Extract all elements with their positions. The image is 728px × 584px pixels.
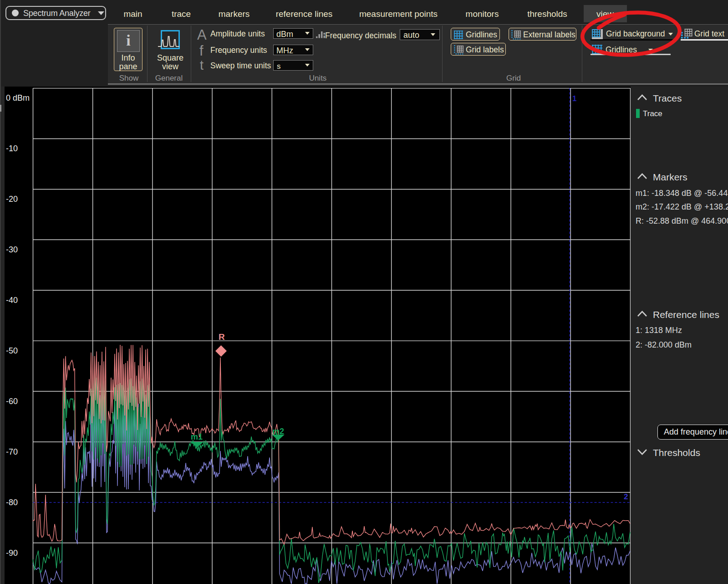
svg-text:2: 2	[624, 492, 628, 501]
svg-text:m1: m1	[191, 432, 203, 441]
svg-text:1: 1	[572, 94, 576, 103]
svg-text:R: R	[219, 332, 225, 342]
